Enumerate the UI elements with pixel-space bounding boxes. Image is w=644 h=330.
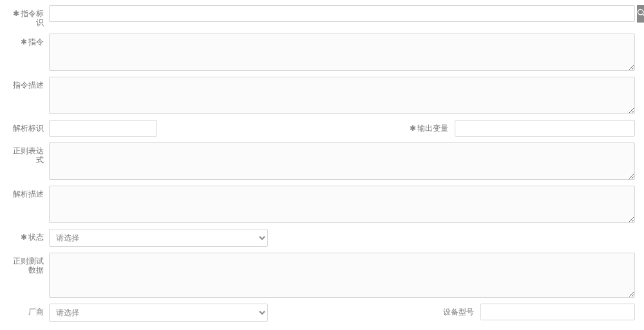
search-button[interactable] xyxy=(637,5,644,23)
label-cmd: ✱指令 xyxy=(9,34,49,46)
label-device-model: 设备型号 xyxy=(268,304,480,316)
label-parse-id: 解析标识 xyxy=(9,120,49,133)
device-model-input[interactable] xyxy=(480,304,635,320)
label-regex: 正则表达式 xyxy=(9,142,49,165)
output-var-input[interactable] xyxy=(455,120,635,137)
search-icon xyxy=(637,8,644,19)
parse-id-input[interactable] xyxy=(49,120,157,137)
regex-textarea[interactable] xyxy=(49,142,635,180)
parse-desc-textarea[interactable] xyxy=(49,186,635,223)
label-regex-test: 正则测试数据 xyxy=(9,253,49,275)
label-cmd-desc: 指令描述 xyxy=(9,77,49,90)
label-vendor: 厂商 xyxy=(9,304,49,316)
regex-test-textarea[interactable] xyxy=(49,253,635,298)
label-output-var: ✱输出变量 xyxy=(157,120,455,133)
status-select[interactable]: 请选择 xyxy=(49,229,268,247)
label-status: ✱状态 xyxy=(9,229,49,242)
label-cmd-id: ✱指令标识 xyxy=(9,5,49,28)
cmd-textarea[interactable] xyxy=(49,34,635,71)
vendor-select[interactable]: 请选择 xyxy=(49,304,268,322)
cmd-id-input[interactable] xyxy=(49,5,635,22)
cmd-desc-textarea[interactable] xyxy=(49,77,635,114)
label-parse-desc: 解析描述 xyxy=(9,186,49,199)
